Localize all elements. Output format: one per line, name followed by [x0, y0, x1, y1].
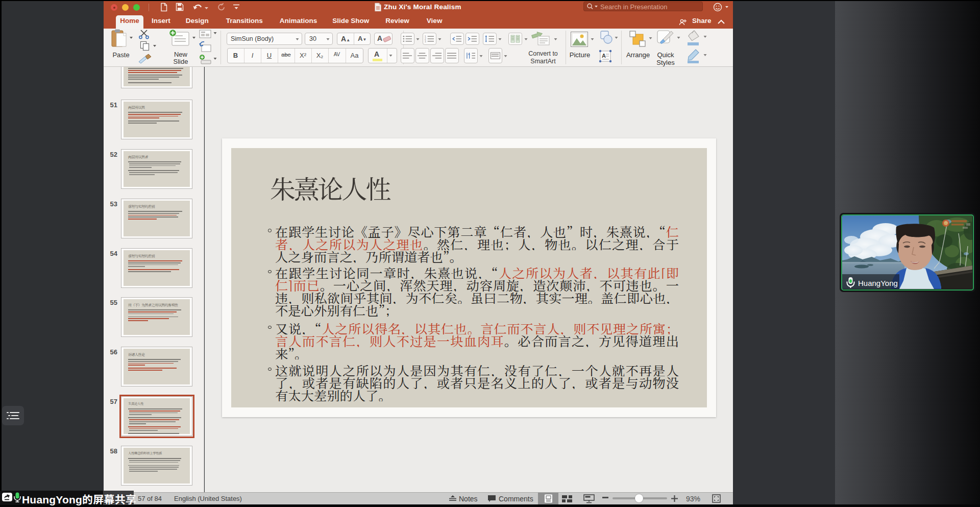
svg-text:A: A	[468, 53, 470, 56]
svg-text:3: 3	[425, 40, 426, 42]
svg-text:A: A	[602, 53, 606, 59]
